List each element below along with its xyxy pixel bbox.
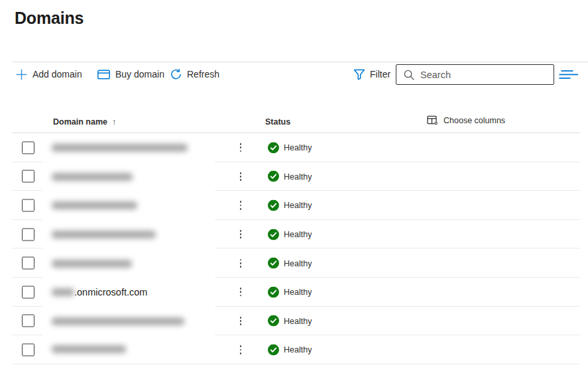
row-more-actions-button[interactable]: [235, 169, 247, 184]
search-input[interactable]: [420, 70, 554, 80]
domain-cell[interactable]: [42, 191, 215, 221]
table-body: Healthy Healthy: [0, 133, 588, 364]
row-checkbox[interactable]: [22, 141, 34, 154]
check-circle-icon: [268, 199, 279, 211]
status-cell: Healthy: [268, 315, 312, 327]
domain-cell[interactable]: [42, 162, 215, 192]
vertical-ellipsis-icon: [240, 288, 242, 290]
check-circle-icon: [268, 286, 279, 297]
redacted-domain-text: [52, 260, 132, 268]
column-header-status[interactable]: Status: [265, 117, 290, 127]
row-checkbox[interactable]: [22, 257, 34, 270]
row-checkbox[interactable]: [22, 343, 34, 356]
redacted-domain-text: [52, 317, 184, 325]
domains-page: Domains Add domain Buy domain: [0, 0, 588, 377]
horizontal-lines-icon: [558, 70, 579, 80]
row-more-actions-button[interactable]: [235, 313, 247, 328]
status-label: Healthy: [284, 316, 312, 325]
domain-cell[interactable]: [42, 248, 215, 278]
arrow-up-icon: ↑: [112, 117, 116, 127]
view-options-button[interactable]: [558, 68, 579, 80]
redacted-domain-text: [52, 288, 74, 296]
row-checkbox[interactable]: [22, 170, 34, 183]
table-header: Domain name↑ Status Choose columns: [0, 113, 588, 133]
table-row[interactable]: Healthy: [0, 335, 588, 364]
check-circle-icon: [268, 142, 279, 153]
check-circle-icon: [268, 229, 279, 240]
row-more-actions-button[interactable]: [235, 256, 247, 270]
row-checkbox[interactable]: [22, 286, 34, 298]
status-label: Healthy: [284, 143, 312, 152]
filter-button[interactable]: Filter: [353, 62, 390, 87]
domain-visible-text: .onmicrosoft.com: [74, 287, 147, 297]
filter-label: Filter: [370, 69, 390, 80]
redacted-domain-text: [52, 201, 137, 209]
table-row[interactable]: Healthy: [0, 307, 588, 336]
row-more-actions-button[interactable]: [235, 198, 247, 213]
domain-cell[interactable]: [42, 335, 215, 364]
row-more-actions-button[interactable]: [235, 285, 247, 299]
add-domain-button[interactable]: Add domain: [16, 62, 82, 87]
vertical-ellipsis-icon: [240, 143, 242, 145]
table-row[interactable]: Healthy: [0, 220, 588, 249]
buy-domain-label: Buy domain: [115, 69, 164, 80]
row-divider: [12, 364, 580, 364]
vertical-ellipsis-icon: [240, 172, 242, 174]
row-checkbox[interactable]: [22, 228, 34, 241]
refresh-button[interactable]: Refresh: [170, 62, 219, 87]
domain-cell[interactable]: [42, 307, 215, 337]
status-cell: Healthy: [268, 258, 312, 269]
check-circle-icon: [268, 315, 279, 327]
row-more-actions-button[interactable]: [235, 343, 247, 357]
table-row[interactable]: Healthy: [0, 133, 588, 162]
table-row[interactable]: Healthy: [0, 191, 588, 220]
domain-column-label: Domain name: [53, 117, 107, 127]
check-circle-icon: [268, 258, 279, 269]
status-label: Healthy: [284, 258, 312, 268]
status-cell: Healthy: [268, 286, 312, 297]
magnifier-icon: [404, 70, 414, 80]
funnel-icon: [353, 69, 365, 80]
domain-cell[interactable]: .onmicrosoft.com: [42, 278, 215, 307]
table-row[interactable]: Healthy: [0, 162, 588, 191]
vertical-ellipsis-icon: [240, 345, 242, 347]
status-label: Healthy: [284, 345, 312, 354]
row-checkbox[interactable]: [22, 199, 34, 211]
status-cell: Healthy: [268, 199, 312, 211]
add-domain-label: Add domain: [32, 69, 82, 80]
row-more-actions-button[interactable]: [235, 140, 247, 155]
vertical-ellipsis-icon: [240, 317, 242, 319]
search-box[interactable]: [396, 64, 554, 85]
table-row[interactable]: .onmicrosoft.com Healthy: [0, 278, 588, 307]
status-label: Healthy: [284, 201, 312, 210]
status-label: Healthy: [284, 230, 312, 239]
vertical-ellipsis-icon: [240, 201, 242, 203]
plus-icon: [16, 69, 27, 80]
redacted-domain-text: [52, 144, 188, 152]
toolbar: Add domain Buy domain Refresh: [0, 62, 588, 87]
redacted-domain-text: [52, 173, 133, 181]
refresh-label: Refresh: [187, 69, 219, 80]
table-row[interactable]: Healthy: [0, 248, 588, 278]
row-more-actions-button[interactable]: [235, 227, 247, 242]
table-gear-icon: [427, 115, 438, 125]
vertical-ellipsis-icon: [240, 230, 242, 232]
redacted-domain-text: [52, 345, 126, 353]
status-cell: Healthy: [268, 171, 312, 182]
status-cell: Healthy: [268, 229, 312, 240]
check-circle-icon: [268, 171, 279, 182]
buy-domain-button[interactable]: Buy domain: [97, 62, 164, 87]
status-label: Healthy: [284, 288, 312, 297]
credit-card-icon: [97, 70, 110, 80]
check-circle-icon: [268, 344, 279, 355]
page-title: Domains: [15, 9, 84, 28]
domain-cell[interactable]: [42, 220, 215, 250]
redacted-domain-text: [52, 231, 156, 239]
refresh-icon: [170, 69, 182, 80]
vertical-ellipsis-icon: [240, 259, 242, 261]
column-header-domain-name[interactable]: Domain name↑: [53, 117, 116, 127]
status-label: Healthy: [284, 172, 312, 181]
row-checkbox[interactable]: [22, 315, 34, 327]
choose-columns-button[interactable]: Choose columns: [427, 115, 505, 125]
domain-cell[interactable]: [42, 133, 215, 163]
